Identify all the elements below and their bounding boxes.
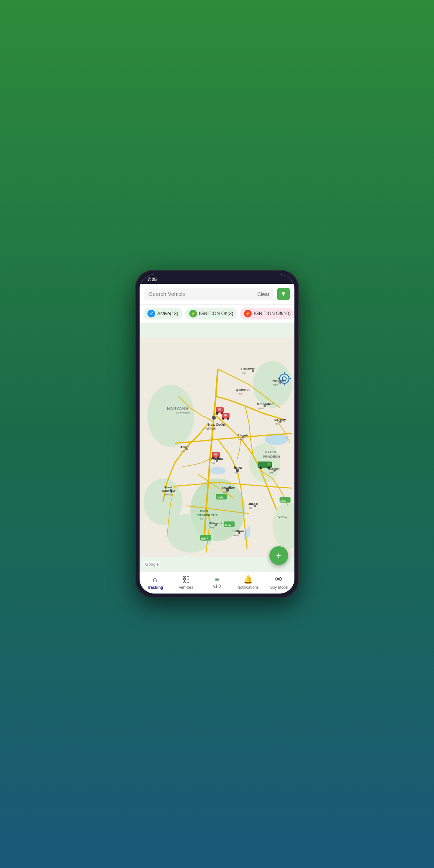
menu-icon: ≡ <box>215 576 219 583</box>
svg-point-90 <box>227 418 229 420</box>
svg-text:मथुरा: मथुरा <box>211 462 215 464</box>
phone-screen: 7:25 Clear ▼ ✓ Active(13) ⚡ IGNITION On(… <box>140 274 294 594</box>
svg-text:Shivpuri: Shivpuri <box>209 522 222 525</box>
svg-text:आगरा: आगरा <box>233 472 239 474</box>
svg-point-9 <box>210 467 226 475</box>
svg-text:Jhansi: Jhansi <box>248 502 258 506</box>
svg-point-101 <box>267 467 270 469</box>
svg-point-1 <box>147 385 194 447</box>
svg-text:सवाई माधोपुर: सवाई माधोपुर <box>163 493 172 496</box>
filter-bar: ✓ Active(13) ⚡ IGNITION On(3) ⚡ IGNITION… <box>140 305 294 323</box>
ignition-on-icon: ⚡ <box>189 310 197 317</box>
bell-icon: 🔔 <box>243 575 253 584</box>
svg-text:अलवर: अलवर <box>181 450 186 452</box>
svg-rect-86 <box>218 409 221 411</box>
search-input-wrap[interactable]: Clear <box>144 288 274 300</box>
nav-v10[interactable]: ≡ v1.0 <box>201 576 232 588</box>
svg-text:PRADESH: PRADESH <box>263 455 280 459</box>
svg-text:शिवपुरी: शिवपुरी <box>210 526 215 529</box>
active-chip-icon: ✓ <box>147 310 155 317</box>
svg-text:HARYANA: HARYANA <box>167 407 189 411</box>
svg-text:कुनो: कुनो <box>200 518 204 520</box>
nav-notifications[interactable]: 🔔 Notifications <box>233 575 264 590</box>
map-area[interactable]: New Delhi नई दिल्ली DELHI Meerut मेरठ Ha… <box>140 323 294 571</box>
svg-text:UTTAR: UTTAR <box>265 450 276 454</box>
filter-active[interactable]: ✓ Active(13) <box>143 308 182 319</box>
svg-text:Gwalior: Gwalior <box>222 486 235 490</box>
svg-text:हरिद्वार: हरिद्वार <box>242 372 246 374</box>
svg-text:Kuno: Kuno <box>200 509 208 513</box>
search-bar-container: Clear ▼ <box>140 284 294 305</box>
ignition-on-label: IGNITION On(3) <box>199 311 233 316</box>
active-chip-label: Active(13) <box>157 311 178 316</box>
svg-text:ARYANA: ARYANA <box>176 411 190 415</box>
search-input[interactable] <box>149 291 254 297</box>
svg-text:Sawai: Sawai <box>164 486 172 489</box>
svg-text:AH47: AH47 <box>201 537 208 540</box>
tracking-icon: ⌂ <box>153 575 158 584</box>
svg-point-84 <box>216 412 219 414</box>
spy-icon: 👁 <box>275 575 283 584</box>
svg-text:Meerut: Meerut <box>239 388 250 391</box>
svg-text:New Delhi: New Delhi <box>208 423 225 427</box>
phone-device: 7:25 Clear ▼ ✓ Active(13) ⚡ IGNITION On(… <box>135 270 299 598</box>
svg-text:Moradabad: Moradabad <box>257 402 274 406</box>
svg-point-10 <box>212 416 216 420</box>
status-bar: 7:25 <box>140 274 294 284</box>
svg-text:AH47: AH47 <box>224 524 231 526</box>
nav-spymode[interactable]: 👁 Spy Mode <box>264 575 294 590</box>
svg-point-14 <box>236 389 239 392</box>
svg-text:मुरादाबाद: मुरादाबाद <box>257 407 264 410</box>
svg-text:Agra: Agra <box>233 466 242 470</box>
svg-point-94 <box>212 457 215 459</box>
svg-point-100 <box>260 467 262 469</box>
filter-ignition-on[interactable]: ⚡ IGNITION On(3) <box>185 308 237 319</box>
notifications-label: Notifications <box>237 585 258 590</box>
svg-text:हल्द्वानी: हल्द्वानी <box>273 384 278 386</box>
svg-text:AH1: AH1 <box>280 499 286 502</box>
nav-vehicles[interactable]: ⛓ Vehicles <box>170 575 201 590</box>
ignition-off-label: IGNITION Off(10) <box>254 311 291 316</box>
svg-text:Madhopur: Madhopur <box>162 490 176 493</box>
svg-rect-99 <box>267 463 271 466</box>
tracking-label: Tracking <box>147 585 163 590</box>
dropdown-button[interactable]: ▼ <box>277 288 290 300</box>
svg-rect-98 <box>258 463 266 467</box>
v10-label: v1.0 <box>213 584 221 588</box>
fab-button[interactable]: + <box>269 546 288 565</box>
svg-text:नई दिल्ली: नई दिल्ली <box>206 427 216 430</box>
svg-text:Chh...: Chh... <box>278 515 287 518</box>
svg-text:ललितपुर: ललितपुर <box>233 534 239 537</box>
svg-text:बरेली: बरेली <box>275 423 279 425</box>
svg-point-89 <box>222 418 224 420</box>
svg-text:Lalitpur: Lalitpur <box>233 529 244 533</box>
spymode-label: Spy Mode <box>270 585 288 590</box>
svg-rect-96 <box>214 454 217 456</box>
google-logo: Google <box>143 561 160 567</box>
vehicles-icon: ⛓ <box>182 575 190 584</box>
svg-text:Aligarh: Aligarh <box>237 434 248 437</box>
svg-text:Bareilly: Bareilly <box>274 418 286 421</box>
bottom-nav: ⌂ Tracking ⛓ Vehicles ≡ v1.0 🔔 Notificat… <box>140 571 294 594</box>
svg-text:अलीगढ़: अलीगढ़ <box>238 438 244 441</box>
ignition-off-icon: ⚡ <box>244 310 252 317</box>
clear-button[interactable]: Clear <box>257 291 269 297</box>
svg-rect-91 <box>224 414 227 416</box>
svg-text:Alwar: Alwar <box>180 445 189 449</box>
map-svg: New Delhi नई दिल्ली DELHI Meerut मेरठ Ha… <box>140 323 294 571</box>
filter-ignition-off[interactable]: ⚡ IGNITION Off(10) <box>240 308 294 319</box>
svg-text:इटावा: इटावा <box>269 472 273 474</box>
svg-text:Haridwar: Haridwar <box>241 367 255 371</box>
status-time: 7:25 <box>147 277 157 282</box>
nav-tracking[interactable]: ⌂ Tracking <box>140 575 170 590</box>
svg-point-2 <box>253 361 292 408</box>
vehicles-label: Vehicles <box>179 585 193 590</box>
svg-text:झांसी: झांसी <box>249 507 253 509</box>
svg-text:मेरठ: मेरठ <box>238 392 242 395</box>
svg-text:ग्वालियर: ग्वालियर <box>222 491 228 493</box>
svg-point-95 <box>217 457 219 459</box>
svg-text:National Park: National Park <box>197 513 218 516</box>
svg-text:AH43: AH43 <box>217 496 224 499</box>
